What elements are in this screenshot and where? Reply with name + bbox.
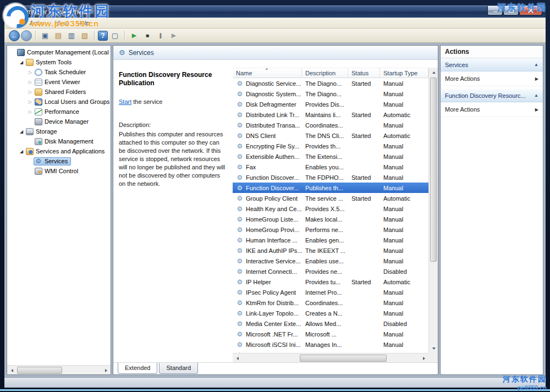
scroll-left-button[interactable] (233, 354, 242, 363)
forward-button[interactable]: → (21, 30, 32, 41)
tree-item-device-manager[interactable]: Device Manager (7, 117, 111, 126)
tree-expander-collapsed-icon[interactable]: ▷ (27, 109, 34, 114)
properties-button[interactable]: ▥ (65, 30, 78, 41)
actions-section-function-discovery-resourc[interactable]: Function Discovery Resourc...▲ (441, 89, 543, 102)
service-description: Provides tu... (302, 279, 348, 285)
action-item-more-actions[interactable]: More Actions▶ (441, 71, 543, 86)
tree-item-services-and-applications[interactable]: ◢Services and Applications (7, 146, 111, 156)
start-service-link[interactable]: Start (119, 98, 131, 105)
show-hide-tree-button[interactable]: ▣ (39, 30, 51, 41)
tree-item-storage[interactable]: ◢Storage (7, 126, 111, 136)
tree-expander-collapsed-icon[interactable]: ▷ (27, 80, 34, 85)
console-window-button[interactable]: ▢ (109, 30, 121, 41)
service-row-ktmrm-for-distrib[interactable]: ⚙KtmRm for Distrib...Coordinates...Manua… (233, 297, 428, 308)
service-gear-icon: ⚙ (236, 310, 244, 317)
action-item-more-actions[interactable]: More Actions▶ (441, 102, 543, 117)
list-horizontal-scrollbar[interactable] (233, 353, 428, 362)
tree-item-services[interactable]: ⚙Services (7, 156, 111, 166)
service-row-encrypting-file-sy[interactable]: ⚙Encrypting File Sy...Provides th...Manu… (233, 141, 428, 151)
service-row-ipsec-policy-agent[interactable]: ⚙IPsec Policy AgentInternet Pro...Manual (233, 287, 428, 297)
service-description: The Diagno... (302, 91, 348, 97)
service-row-diagnostic-system[interactable]: ⚙Diagnostic System...The Diagno...Manual (233, 89, 428, 99)
service-startup-type: Manual (380, 80, 428, 87)
tree-item-wmi-control[interactable]: WMI Control (7, 166, 111, 176)
service-row-internet-connecti[interactable]: ⚙Internet Connecti...Provides ne...Disab… (233, 266, 428, 277)
tree-item-system-tools[interactable]: ◢System Tools (7, 57, 111, 67)
tree-expander-expanded-icon[interactable]: ◢ (18, 60, 25, 65)
service-description: Provides ne... (302, 268, 348, 275)
tab-extended[interactable]: Extended (118, 363, 157, 374)
service-name-cell: ⚙Media Center Exte... (233, 320, 302, 328)
pause-service-button[interactable]: ∥ (155, 30, 167, 41)
help-button[interactable]: ? (98, 31, 108, 41)
column-header-status[interactable]: Status (348, 68, 380, 78)
service-row-extensible-authen[interactable]: ⚙Extensible Authen...The Extensi...Manua… (233, 151, 428, 162)
service-row-microsoft-net-fr[interactable]: ⚙Microsoft .NET Fr...Microsoft ...Manual (233, 329, 428, 339)
column-header-startup-type[interactable]: Startup Type (380, 68, 428, 78)
tree-item-content: WMI Control (34, 167, 81, 175)
scroll-left-button[interactable] (7, 366, 16, 375)
tab-standard[interactable]: Standard (159, 363, 198, 374)
service-name-cell: ⚙Link-Layer Topolo... (233, 310, 302, 317)
service-row-ip-helper[interactable]: ⚙IP HelperProvides tu...StartedAutomatic (233, 277, 428, 287)
tree-expander-expanded-icon[interactable]: ◢ (18, 129, 25, 134)
service-row-microsoft-iscsi-ini[interactable]: ⚙Microsoft iSCSI Ini...Manages In...Manu… (233, 339, 428, 350)
service-row-dns-client[interactable]: ⚙DNS ClientThe DNS Cli...StartedAutomati… (233, 130, 428, 141)
tree-item-content: ⚙Services (34, 157, 71, 165)
list-scroll-thumb[interactable] (300, 355, 387, 362)
tree-item-task-scheduler[interactable]: ▷Task Scheduler (7, 67, 111, 77)
tree-expander-collapsed-icon[interactable]: ▷ (27, 70, 34, 75)
service-row-fax[interactable]: ⚙FaxEnables you...Manual (233, 162, 428, 172)
tree-item-content: Disk Management (34, 137, 97, 146)
service-row-disk-defragmenter[interactable]: ⚙Disk DefragmenterProvides Dis...Manual (233, 99, 428, 109)
tree-item-event-viewer[interactable]: ▷Event Viewer (7, 77, 111, 87)
tree-item-computer-management-local[interactable]: Computer Management (Local (7, 47, 111, 57)
restart-service-button[interactable]: ▶ (168, 30, 180, 41)
tree-item-performance[interactable]: ▷Performance (7, 107, 111, 117)
export-list-button[interactable]: ▤ (52, 30, 64, 41)
tree: Computer Management (Local◢System Tools▷… (7, 47, 111, 365)
service-row-function-discover[interactable]: ⚙Function Discover...The FDPHO...Started… (233, 172, 428, 183)
vertical-scroll-thumb[interactable] (430, 78, 437, 262)
performance-icon (35, 108, 42, 115)
vertical-scrollbar[interactable] (428, 68, 438, 353)
service-name: Media Center Exte... (246, 321, 301, 327)
service-row-link-layer-topolo[interactable]: ⚙Link-Layer Topolo...Creates a N...Manua… (233, 308, 428, 318)
scroll-up-button[interactable] (429, 68, 438, 77)
service-row-distributed-transa[interactable]: ⚙Distributed Transa...Coordinates...Manu… (233, 120, 428, 130)
tree-item-label: Shared Folders (45, 89, 87, 95)
tree-expander-collapsed-icon[interactable]: ▷ (27, 100, 34, 104)
tree-item-shared-folders[interactable]: ▷Shared Folders (7, 87, 111, 97)
actions-title: Actions (441, 46, 543, 58)
stop-service-button[interactable]: ■ (141, 30, 153, 41)
service-row-diagnostic-service[interactable]: ⚙Diagnostic Service...The Diagno...Start… (233, 78, 428, 89)
service-row-homegroup-provi[interactable]: ⚙HomeGroup Provi...Performs ne...Manual (233, 224, 428, 235)
refresh-button[interactable]: ▧ (79, 30, 91, 41)
scroll-right-button[interactable] (419, 354, 428, 363)
service-description: The IKEEXT ... (302, 247, 348, 254)
tree-expander-collapsed-icon[interactable]: ▷ (27, 90, 34, 95)
start-service-button[interactable]: ▶ (128, 30, 140, 41)
column-header-name[interactable]: Name▲ (233, 68, 302, 78)
tree-horizontal-scrollbar[interactable] (7, 365, 111, 374)
scroll-down-button[interactable] (429, 344, 438, 353)
service-row-interactive-service[interactable]: ⚙Interactive Service...Enables use...Man… (233, 256, 428, 266)
service-row-function-discover[interactable]: ⚙Function Discover...Publishes th...Manu… (233, 183, 428, 193)
service-row-homegroup-liste[interactable]: ⚙HomeGroup Liste...Makes local...Manual (233, 214, 428, 224)
tree-scroll-thumb[interactable] (17, 367, 62, 374)
scroll-right-button[interactable] (101, 366, 111, 375)
tree-expander-expanded-icon[interactable]: ◢ (18, 149, 25, 154)
service-row-health-key-and-ce[interactable]: ⚙Health Key and Ce...Provides X.5...Manu… (233, 203, 428, 214)
tree-item-disk-management[interactable]: Disk Management (7, 136, 111, 146)
tree-item-local-users-and-groups[interactable]: ▷Local Users and Groups (7, 97, 111, 107)
service-row-human-interface[interactable]: ⚙Human Interface ...Enables gen...Manual (233, 235, 428, 245)
service-row-ike-and-authip-ips[interactable]: ⚙IKE and AuthIP IPs...The IKEEXT ...Manu… (233, 245, 428, 256)
actions-section-services[interactable]: Services▲ (441, 58, 543, 71)
toolbar-separator (124, 31, 125, 41)
column-header-description[interactable]: Description (302, 68, 348, 78)
service-startup-type: Manual (380, 300, 428, 306)
service-row-group-policy-client[interactable]: ⚙Group Policy ClientThe service ...Start… (233, 193, 428, 203)
back-button[interactable]: ← (9, 30, 20, 41)
service-row-media-center-exte[interactable]: ⚙Media Center Exte...Allows Med...Disabl… (233, 318, 428, 329)
service-row-distributed-link-tr[interactable]: ⚙Distributed Link Tr...Maintains li...St… (233, 109, 428, 120)
